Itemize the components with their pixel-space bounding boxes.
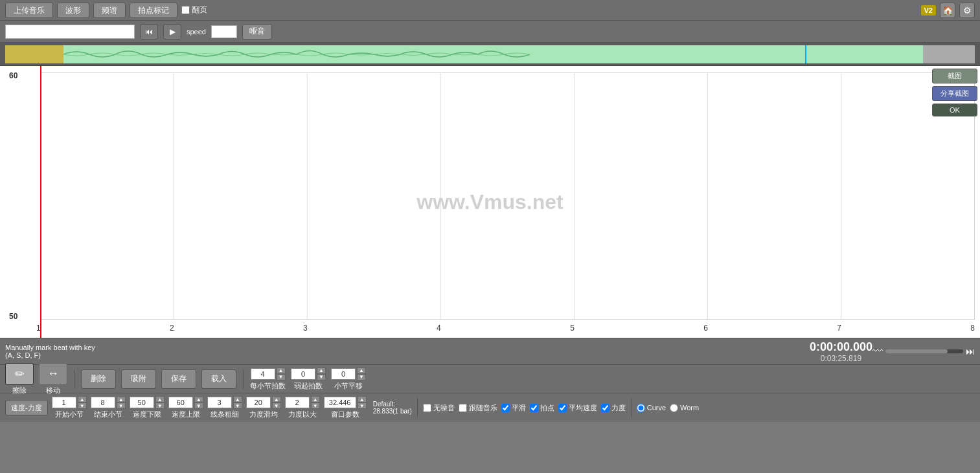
smooth-checkbox[interactable]: [501, 404, 510, 412]
screenshot-button[interactable]: 截图: [932, 69, 977, 83]
force-max-label: 力度以大: [288, 410, 317, 419]
flip-checkbox-label[interactable]: 翻页: [181, 5, 207, 16]
no-noise-checkbox[interactable]: [423, 404, 431, 412]
approach-beats-arrows[interactable]: ▲ ▼: [317, 368, 326, 380]
window-params-arrows[interactable]: ▲ ▼: [358, 396, 367, 409]
speed-max-arrows[interactable]: ▲ ▼: [194, 396, 203, 409]
waveform-track[interactable]: [63, 45, 923, 63]
prev-button[interactable]: ⏮: [140, 24, 158, 39]
waveform-button[interactable]: 波形: [57, 3, 89, 18]
speed-force-button[interactable]: 速度-力度: [5, 400, 48, 415]
force-max-spinner[interactable]: ▲ ▼: [285, 396, 320, 409]
force-max-up[interactable]: ▲: [311, 396, 320, 402]
speed-input[interactable]: 1.01: [211, 25, 237, 38]
speed-max-spinner[interactable]: ▲ ▼: [168, 396, 203, 409]
force-max-input[interactable]: [285, 397, 310, 408]
home-icon-button[interactable]: 🏠: [940, 3, 955, 18]
bar-shift-up[interactable]: ▲: [357, 368, 366, 374]
beat-per-bar-spinner[interactable]: ▲ ▼: [251, 368, 286, 380]
force-checkbox-label[interactable]: 力度: [601, 403, 626, 413]
avg-speed-checkbox[interactable]: [558, 404, 567, 412]
delete-button[interactable]: 删除: [81, 369, 116, 389]
upload-music-button[interactable]: 上传音乐: [5, 3, 53, 18]
end-bar-up[interactable]: ▲: [117, 396, 126, 402]
ok-button[interactable]: OK: [932, 104, 977, 116]
beat-per-bar-input[interactable]: [251, 368, 275, 380]
speed-min-up[interactable]: ▲: [155, 396, 165, 402]
no-noise-checkbox-label[interactable]: 无噪音: [423, 403, 455, 413]
window-params-input[interactable]: [324, 397, 356, 408]
line-thickness-up[interactable]: ▲: [233, 396, 242, 402]
beat-per-bar-down[interactable]: ▼: [277, 374, 286, 380]
force-smooth-spinner[interactable]: ▲ ▼: [246, 396, 281, 409]
speed-max-up[interactable]: ▲: [194, 396, 203, 402]
follow-music-checkbox[interactable]: [459, 404, 467, 412]
line-thickness-input[interactable]: [207, 397, 232, 408]
approach-beats-up[interactable]: ▲: [317, 368, 326, 374]
end-bar-spinner[interactable]: ▲ ▼: [91, 396, 126, 409]
settings-icon-button[interactable]: ⚙: [959, 3, 975, 18]
speed-min-spinner[interactable]: ▲ ▼: [130, 396, 165, 409]
spectrum-button[interactable]: 频谱: [93, 3, 126, 18]
load-button[interactable]: 载入: [201, 369, 236, 389]
force-smooth-arrows[interactable]: ▲ ▼: [272, 396, 281, 409]
speed-min-input[interactable]: [130, 397, 154, 408]
end-bar-down[interactable]: ▼: [117, 402, 126, 409]
main-grid-area[interactable]: 60 50 1 2 3 4 5 6 7 8 www.Vmus.net 截图 分享…: [0, 66, 980, 338]
beat-checkbox[interactable]: [530, 404, 538, 412]
share-screenshot-button[interactable]: 分享截图: [932, 86, 977, 101]
volume-slider[interactable]: [885, 349, 963, 353]
worm-radio-label[interactable]: Worm: [670, 404, 699, 412]
beat-marker-button[interactable]: 拍点标记: [130, 3, 177, 18]
approach-beats-spinner[interactable]: ▲ ▼: [291, 368, 326, 380]
approach-beats-down[interactable]: ▼: [317, 374, 326, 380]
mute-button[interactable]: 哑音: [242, 24, 272, 39]
speed-min-down[interactable]: ▼: [155, 402, 165, 409]
speed-min-arrows[interactable]: ▲ ▼: [155, 396, 165, 409]
flip-checkbox[interactable]: [181, 6, 190, 14]
play-button[interactable]: ▶: [163, 24, 181, 39]
beat-per-bar-up[interactable]: ▲: [277, 368, 286, 374]
end-bar-arrows[interactable]: ▲ ▼: [117, 396, 126, 409]
start-bar-spinner[interactable]: ▲ ▼: [52, 396, 87, 409]
force-smooth-up[interactable]: ▲: [272, 396, 281, 402]
force-smooth-down[interactable]: ▼: [272, 402, 281, 409]
start-bar-down[interactable]: ▼: [78, 402, 87, 409]
force-max-arrows[interactable]: ▲ ▼: [311, 396, 320, 409]
smooth-checkbox-label[interactable]: 平滑: [501, 403, 526, 413]
force-checkbox[interactable]: [601, 404, 610, 412]
start-bar-input[interactable]: [52, 397, 76, 408]
save-button[interactable]: 保存: [161, 369, 196, 389]
worm-radio[interactable]: [670, 404, 678, 412]
curve-radio[interactable]: [637, 404, 645, 412]
bar-shift-spinner[interactable]: ▲ ▼: [331, 368, 366, 380]
speed-max-down[interactable]: ▼: [194, 402, 203, 409]
curve-radio-label[interactable]: Curve: [637, 404, 666, 412]
line-thickness-spinner[interactable]: ▲ ▼: [207, 396, 242, 409]
song-title-input[interactable]: 敕勒泉-平湖秋月: [5, 25, 135, 39]
avg-speed-checkbox-label[interactable]: 平均速度: [558, 403, 597, 413]
start-bar-up[interactable]: ▲: [78, 396, 87, 402]
beat-checkbox-label[interactable]: 拍点: [530, 403, 554, 413]
erase-tool-button[interactable]: ✏: [5, 363, 34, 385]
beat-per-bar-arrows[interactable]: ▲ ▼: [277, 368, 286, 380]
time-current: 0:00:00.000: [810, 340, 872, 354]
approach-beats-input[interactable]: [291, 368, 315, 380]
start-bar-arrows[interactable]: ▲ ▼: [78, 396, 87, 409]
force-max-down[interactable]: ▼: [311, 402, 320, 409]
line-thickness-down[interactable]: ▼: [233, 402, 242, 409]
adsorb-button[interactable]: 吸附: [121, 369, 156, 389]
bar-shift-down[interactable]: ▼: [357, 374, 366, 380]
window-params-up[interactable]: ▲: [358, 396, 367, 402]
speed-max-input[interactable]: [168, 397, 193, 408]
bar-shift-input[interactable]: [331, 368, 356, 380]
window-params-down[interactable]: ▼: [358, 402, 367, 409]
follow-music-checkbox-label[interactable]: 跟随音乐: [459, 403, 497, 413]
bar-shift-arrows[interactable]: ▲ ▼: [357, 368, 366, 380]
move-tool-button[interactable]: ↔: [39, 363, 67, 385]
waveform-overview[interactable]: [0, 43, 980, 66]
end-bar-input[interactable]: [91, 397, 115, 408]
line-thickness-arrows[interactable]: ▲ ▼: [233, 396, 242, 409]
window-params-spinner[interactable]: ▲ ▼: [324, 396, 367, 409]
force-smooth-input[interactable]: [246, 397, 271, 408]
